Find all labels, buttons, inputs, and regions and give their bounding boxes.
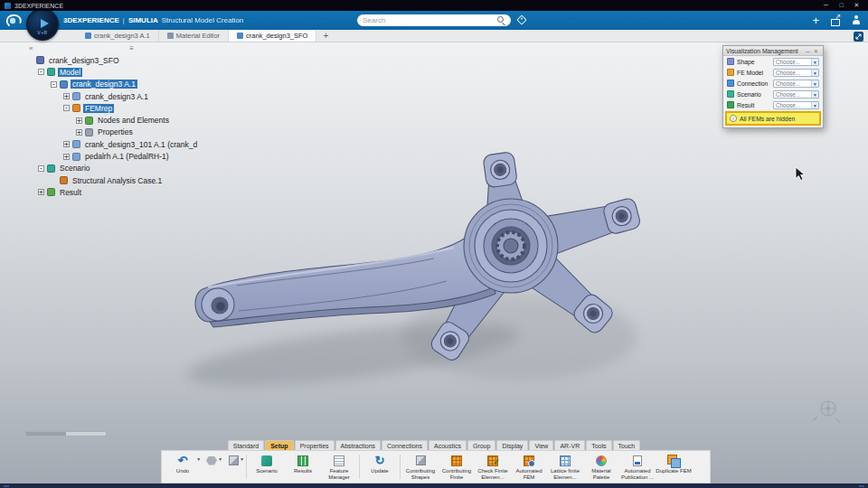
tool-contributing-shapes[interactable]: Contributing Shapes Mana...: [402, 452, 439, 482]
tool-label: Automated FEM: [511, 468, 547, 481]
model-node-icon: [47, 68, 55, 76]
tool-material-palette[interactable]: Material Palette: [583, 452, 619, 482]
chevron-down-icon[interactable]: [811, 59, 818, 65]
tree-item-label: crank_design3_SFO: [47, 56, 121, 65]
search-input[interactable]: [363, 15, 494, 25]
dropdown-arrow-icon[interactable]: [241, 456, 243, 462]
tree-item-part-101[interactable]: + crank_design3_101 A.1 (crank_d: [27, 138, 199, 150]
dassault-logo-icon: [4, 13, 25, 33]
dropdown-arrow-icon[interactable]: [219, 456, 222, 462]
viz-row-label: Scenario: [737, 91, 770, 98]
tree-item-scenario[interactable]: - Scenario: [27, 163, 199, 174]
tab-crank-design3[interactable]: crank_design3 A.1: [77, 30, 159, 42]
tool-scenario[interactable]: Scenario: [249, 452, 285, 482]
chevron-down-icon[interactable]: [811, 70, 818, 76]
select-value: Choose...: [776, 80, 811, 87]
ribbon-tab-touch[interactable]: Touch: [613, 440, 641, 450]
tree-item-part[interactable]: + crank_design3 A.1: [27, 90, 199, 102]
tree-item-nodes-elements[interactable]: + Nodes and Elements: [27, 114, 199, 126]
tool-automated-fem[interactable]: Automated FEM: [511, 452, 547, 482]
expander-toggle[interactable]: -: [63, 105, 70, 111]
panel-close-button[interactable]: ×: [812, 47, 820, 55]
chevron-down-icon[interactable]: [811, 80, 818, 87]
dropdown-arrow-icon[interactable]: [197, 456, 200, 462]
ribbon-tab-ar-vr[interactable]: AR-VR: [554, 440, 585, 450]
search-box[interactable]: [357, 14, 511, 26]
panel-minimize-button[interactable]: ─: [804, 47, 812, 55]
expander-toggle[interactable]: +: [63, 154, 70, 160]
tree-item-femrep[interactable]: - FEMrep: [27, 102, 199, 114]
minimize-button[interactable]: ─: [819, 2, 833, 9]
maximize-button[interactable]: □: [835, 2, 848, 9]
tool-lattice-fe[interactable]: Lattice finite Elemen...: [547, 452, 583, 482]
play-icon[interactable]: [41, 19, 49, 28]
result-icon: [727, 101, 734, 108]
tab-material-editor[interactable]: Material Editor: [159, 30, 229, 42]
tag-icon[interactable]: [516, 14, 526, 24]
tool-contributing-fe[interactable]: Contributing Finite Elemen...: [439, 452, 475, 482]
ribbon-tab-view[interactable]: View: [529, 440, 553, 450]
tool-cube[interactable]: [222, 452, 244, 482]
close-button[interactable]: ✕: [850, 2, 863, 9]
toolbar-separator: [359, 455, 360, 479]
tool-update[interactable]: Update: [362, 452, 398, 482]
part-icon: [72, 153, 80, 161]
tool-feature-manager[interactable]: Feature Manager: [321, 452, 357, 482]
expander-toggle[interactable]: +: [38, 189, 44, 195]
chevron-down-icon[interactable]: [811, 91, 818, 98]
tool-label: Check Finite Elemen...: [475, 468, 511, 481]
tool-undo[interactable]: Undo: [165, 452, 201, 482]
ribbon-tab-properties[interactable]: Properties: [295, 440, 335, 450]
tree-menu-icon[interactable]: [129, 44, 134, 52]
expander-toggle[interactable]: +: [63, 93, 70, 99]
fe-model-select[interactable]: Choose...: [773, 69, 819, 77]
tool-hexagon[interactable]: [201, 452, 222, 482]
tree-item-properties[interactable]: + Properties: [27, 127, 199, 138]
expander-toggle[interactable]: -: [38, 69, 44, 75]
tree-item-pedalrh[interactable]: + pedalrh A.1 (PedalRH-1): [27, 150, 199, 162]
ribbon-tab-setup[interactable]: Setup: [265, 440, 293, 450]
ribbon-tab-group[interactable]: Group: [467, 440, 495, 450]
user-menu-icon[interactable]: [851, 15, 861, 25]
chevron-down-icon[interactable]: [811, 102, 818, 108]
add-content-button[interactable]: +: [812, 14, 819, 26]
tree-item-root[interactable]: crank_design3_SFO: [27, 54, 199, 66]
expander-toggle[interactable]: -: [38, 165, 44, 172]
tab-label: crank_design3_SFO: [246, 32, 307, 40]
tool-check-fe[interactable]: Check Finite Elemen...: [475, 452, 511, 482]
tool-automated-publication[interactable]: Automated Publication ...: [619, 452, 656, 482]
ribbon-tab-connections[interactable]: Connections: [382, 440, 428, 450]
fe-model-icon: [727, 69, 734, 76]
tree-item-model[interactable]: - Model: [27, 66, 199, 78]
tree-item-product[interactable]: - crank_design3 A.1: [27, 79, 199, 90]
result-select[interactable]: Choose...: [773, 101, 819, 109]
ribbon-tab-acoustics[interactable]: Acoustics: [429, 440, 467, 450]
ribbon-tab-standard[interactable]: Standard: [228, 440, 264, 450]
ribbon-tab-tools[interactable]: Tools: [586, 440, 611, 450]
expander-toggle[interactable]: -: [51, 81, 57, 88]
collapse-tree-icon[interactable]: [29, 44, 33, 52]
scenario-select[interactable]: Choose...: [773, 90, 819, 99]
ribbon-tab-display[interactable]: Display: [496, 440, 528, 450]
compass-widget[interactable]: V+R: [26, 8, 59, 41]
viz-row-result: Result Choose...: [723, 99, 823, 110]
tree-item-result[interactable]: + Result: [27, 186, 199, 198]
share-icon[interactable]: [830, 15, 840, 26]
tab-crank-design3-sfo[interactable]: crank_design3_SFO: [229, 30, 316, 42]
fullscreen-toggle-button[interactable]: [854, 32, 863, 42]
ribbon-tab-abstractions[interactable]: Abstractions: [335, 440, 382, 450]
tree-item-analysis-case[interactable]: Structural Analysis Case.1: [27, 174, 199, 186]
expander-toggle[interactable]: +: [63, 141, 70, 147]
connection-select[interactable]: Choose...: [773, 80, 819, 88]
nodes-elements-icon: [85, 117, 93, 125]
view-slider[interactable]: [25, 431, 107, 436]
tool-duplicate-fem[interactable]: Duplicate FEM: [656, 452, 692, 482]
shape-select[interactable]: Choose...: [773, 58, 819, 66]
new-tab-button[interactable]: +: [316, 30, 335, 42]
search-icon[interactable]: [497, 16, 505, 24]
expander-toggle[interactable]: +: [76, 129, 82, 136]
slider-handle[interactable]: [26, 432, 66, 436]
panel-header[interactable]: Visualization Management ─ ×: [723, 46, 823, 56]
expander-toggle[interactable]: +: [76, 117, 82, 124]
tool-results[interactable]: Results: [285, 452, 321, 482]
